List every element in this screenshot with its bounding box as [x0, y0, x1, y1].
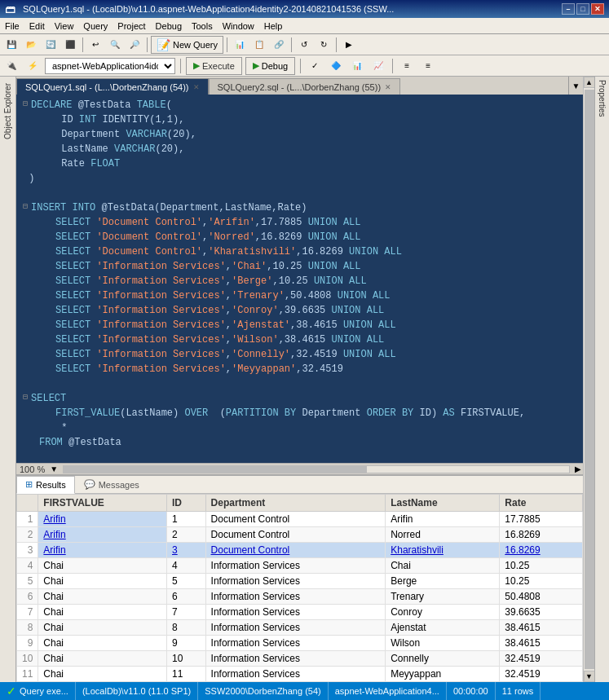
minimize-button[interactable]: –	[562, 3, 575, 15]
department-cell: Information Services	[205, 574, 386, 589]
department-cell: Information Services	[205, 605, 386, 620]
execute-button[interactable]: ▶ Execute	[186, 57, 242, 75]
table-row: 11Chai11Information ServicesMeyyappan32.…	[17, 667, 583, 682]
toolbar-btn-9[interactable]: 📋	[250, 36, 268, 54]
zoom-dropdown[interactable]: ▼	[48, 464, 60, 473]
toolbar-btn-10[interactable]: 🔗	[270, 36, 288, 54]
row-num-cell: 2	[17, 527, 38, 543]
id-cell: 6	[167, 589, 206, 605]
firstvalue-cell: Arifin	[38, 527, 167, 543]
results-tab-messages[interactable]: 💬 Messages	[75, 476, 148, 494]
code-line-15: SELECT 'Information Services','Conroy',3…	[23, 303, 580, 318]
separator3	[227, 37, 227, 52]
results-table-container: FIRSTVALUE ID Department LastName Rate 1…	[16, 494, 583, 682]
object-explorer-tab[interactable]: Object Explorer	[2, 77, 14, 146]
department-cell: Information Services	[205, 667, 386, 682]
rate-cell: 38.4615	[500, 620, 583, 636]
id-cell: 5	[167, 574, 206, 589]
menu-tools[interactable]: Tools	[187, 20, 218, 33]
toolbar2-btn7[interactable]: ≡	[398, 57, 416, 75]
code-line-9: SELECT 'Document Control','Arifin',17.78…	[23, 215, 580, 230]
toolbar2-btn1[interactable]: 🔌	[2, 57, 20, 75]
toolbar-btn-1[interactable]: 💾	[2, 36, 20, 54]
row-num-cell: 3	[17, 543, 38, 558]
toolbar-btn-7[interactable]: 🔎	[126, 36, 143, 54]
id-cell: 11	[167, 667, 206, 682]
results-panel: ⊞ Results 💬 Messages FIRSTVALUE ID Dep	[16, 474, 583, 682]
toolbar-btn-4[interactable]: ⬛	[61, 36, 79, 54]
rate-cell: 10.25	[500, 574, 583, 589]
toolbar2-btn3[interactable]: ✓	[306, 57, 324, 75]
status-server: (LocalDb)\v11.0 (11.0 SP1)	[76, 682, 198, 700]
department-cell: Document Control	[205, 512, 386, 527]
lastname-cell: Trenary	[386, 589, 500, 605]
table-row: 5Chai5Information ServicesBerge10.25	[17, 574, 583, 589]
menu-project[interactable]: Project	[113, 20, 150, 33]
menu-edit[interactable]: Edit	[24, 20, 50, 33]
menu-help[interactable]: Help	[259, 20, 288, 33]
results-tab-results[interactable]: ⊞ Results	[16, 476, 75, 494]
tabs-scroll[interactable]: ▼	[568, 77, 583, 95]
separator5	[336, 37, 337, 52]
toolbar-btn-2[interactable]: 📂	[22, 36, 40, 54]
new-query-button[interactable]: 📝 New Query	[151, 36, 223, 54]
row-num-cell: 1	[17, 512, 38, 527]
menu-view[interactable]: View	[50, 20, 79, 33]
properties-tab[interactable]: Properties	[596, 77, 608, 121]
table-row: 8Chai8Information ServicesAjenstat38.461…	[17, 620, 583, 636]
toolbar-btn-8[interactable]: 📊	[231, 36, 249, 54]
firstvalue-cell: Arifin	[38, 512, 167, 527]
department-cell: Document Control	[205, 543, 386, 558]
table-row: 3Arifin3Document ControlKharatishvili16.…	[17, 543, 583, 558]
vscroll-down[interactable]: ▼	[584, 671, 595, 682]
status-server-text: (LocalDb)\v11.0 (11.0 SP1)	[82, 686, 191, 696]
toolbar2-btn6[interactable]: 📈	[369, 57, 387, 75]
title-text: SQLQuery1.sql - (LocalDb)\v11.0.aspnet-W…	[23, 4, 394, 14]
menu-window[interactable]: Window	[218, 20, 259, 33]
toolbar-btn-redo[interactable]: ↻	[315, 36, 333, 54]
maximize-button[interactable]: □	[576, 3, 589, 15]
tab-sqlquery2[interactable]: SQLQuery2.sql - (L...\DorbenZhang (55)) …	[209, 78, 401, 95]
h-scrollbar[interactable]: 100 % ▼ ▶	[16, 463, 583, 474]
database-dropdown[interactable]: aspnet-WebApplication4idc	[45, 58, 175, 74]
menu-query[interactable]: Query	[78, 20, 113, 33]
department-cell: Information Services	[205, 651, 386, 667]
check-icon: ✓	[7, 685, 16, 698]
h-scrollbar-track[interactable]	[63, 465, 570, 473]
debug-button[interactable]: ▶ Debug	[245, 57, 295, 75]
toolbar-btn-11[interactable]: ▶	[340, 36, 358, 54]
toolbar2-btn8[interactable]: ≡	[419, 57, 437, 75]
menu-debug[interactable]: Debug	[151, 20, 187, 33]
code-line-20	[23, 376, 580, 391]
tab1-close[interactable]: ✕	[193, 83, 200, 91]
code-editor[interactable]: ⊟DECLARE @TestData TABLE( ID INT IDENTIT…	[16, 95, 583, 463]
toolbar2-btn4[interactable]: 🔷	[327, 57, 345, 75]
code-line-4: LastName VARCHAR(20),	[23, 142, 580, 156]
code-line-7	[23, 186, 580, 200]
status-time: 00:00:00	[447, 682, 496, 700]
close-button[interactable]: ✕	[591, 3, 604, 15]
toolbar-btn-6[interactable]: 🔍	[106, 36, 124, 54]
status-query: ✓ Query exe...	[0, 682, 76, 700]
toolbar-btn-undo[interactable]: ↺	[295, 36, 313, 54]
lastname-cell: Connelly	[386, 651, 500, 667]
tab-sqlquery1[interactable]: SQLQuery1.sql - (L...\DorbenZhang (54)) …	[16, 78, 209, 95]
rate-cell: 10.25	[500, 558, 583, 574]
table-row: 2Arifin2Document ControlNorred16.8269	[17, 527, 583, 543]
vscroll-up[interactable]: ▲	[584, 77, 595, 88]
scroll-right-btn[interactable]: ▶	[573, 464, 583, 473]
tab2-close[interactable]: ✕	[385, 83, 391, 91]
toolbar2-btn2[interactable]: ⚡	[24, 57, 42, 75]
menu-file[interactable]: File	[0, 20, 24, 33]
toolbar-btn-3[interactable]: 🔄	[42, 36, 60, 54]
lastname-cell: Conroy	[386, 605, 500, 620]
rate-cell: 32.4519	[500, 667, 583, 682]
code-line-19: SELECT 'Information Services','Meyyappan…	[23, 362, 580, 376]
table-row: 7Chai7Information ServicesConroy39.6635	[17, 605, 583, 620]
id-cell: 1	[167, 512, 206, 527]
lastname-cell: Norred	[386, 527, 500, 543]
toolbar2-btn5[interactable]: 📊	[348, 57, 366, 75]
code-line-1: ⊟DECLARE @TestData TABLE(	[23, 98, 580, 112]
execute-icon: ▶	[193, 60, 200, 71]
toolbar-btn-5[interactable]: ↩	[86, 36, 104, 54]
